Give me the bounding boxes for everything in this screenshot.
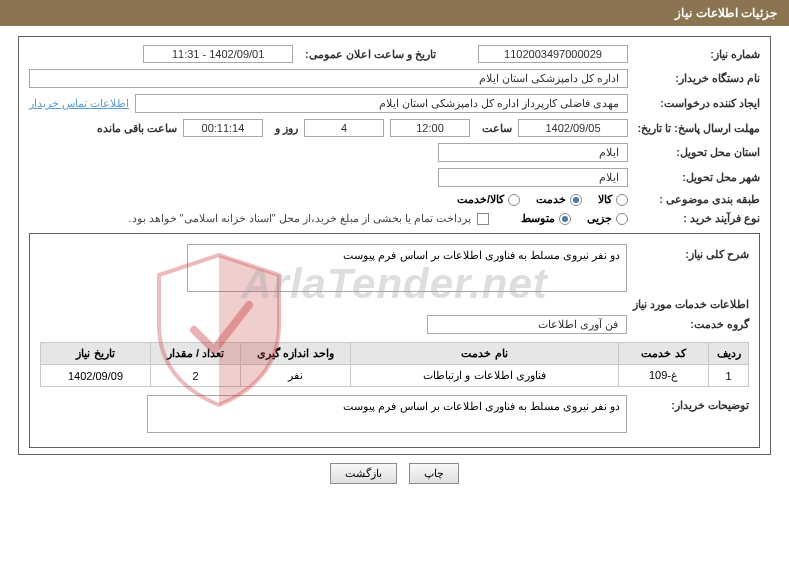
inner-panel: شرح کلی نیاز: دو نفر نیروی مسلط به فناور…: [29, 233, 760, 448]
print-button[interactable]: چاپ: [409, 463, 459, 484]
need-number-value: 1102003497000029: [478, 45, 628, 63]
th-date: تاریخ نیاز: [41, 343, 151, 365]
buyer-org-value: اداره کل دامپزشکی استان ایلام: [29, 69, 628, 88]
radio-goods-service[interactable]: کالا/خدمت: [457, 193, 520, 206]
deadline-time: 12:00: [390, 119, 470, 137]
contact-link[interactable]: اطلاعات تماس خریدار: [29, 97, 129, 110]
back-button[interactable]: بازگشت: [330, 463, 397, 484]
td-row: 1: [709, 365, 749, 387]
deadline-label: مهلت ارسال پاسخ: تا تاریخ:: [640, 122, 760, 135]
radio-service[interactable]: خدمت: [536, 193, 582, 206]
service-group-label: گروه خدمت:: [639, 318, 749, 331]
td-date: 1402/09/09: [41, 365, 151, 387]
deadline-days: 4: [304, 119, 384, 137]
services-table: ردیف کد خدمت نام خدمت واحد اندازه گیری ت…: [40, 342, 749, 387]
th-unit: واحد اندازه گیری: [241, 343, 351, 365]
deadline-date: 1402/09/05: [518, 119, 628, 137]
table-row: 1 غ-109 فناوری اطلاعات و ارتباطات نفر 2 …: [41, 365, 749, 387]
radio-medium[interactable]: متوسط: [521, 212, 571, 225]
purchase-type-radios: جزیی متوسط: [521, 212, 628, 225]
page-title: جزئیات اطلاعات نیاز: [0, 0, 789, 26]
td-name: فناوری اطلاعات و ارتباطات: [351, 365, 619, 387]
th-code: کد خدمت: [619, 343, 709, 365]
requester-label: ایجاد کننده درخواست:: [640, 97, 760, 110]
need-number-label: شماره نیاز:: [640, 48, 760, 61]
need-desc-value: دو نفر نیروی مسلط به فناوری اطلاعات بر ا…: [187, 244, 627, 292]
announce-date-value: 1402/09/01 - 11:31: [143, 45, 293, 63]
td-unit: نفر: [241, 365, 351, 387]
province-value: ایلام: [438, 143, 628, 162]
treasury-checkbox[interactable]: [477, 213, 489, 225]
service-group-value: فن آوری اطلاعات: [427, 315, 627, 334]
treasury-note: پرداخت تمام یا بخشی از مبلغ خرید،از محل …: [128, 212, 471, 225]
subject-class-label: طبقه بندی موضوعی :: [640, 193, 760, 206]
buyer-org-label: نام دستگاه خریدار:: [640, 72, 760, 85]
city-value: ایلام: [438, 168, 628, 187]
purchase-type-label: نوع فرآیند خرید :: [640, 212, 760, 225]
deadline-countdown: 00:11:14: [183, 119, 263, 137]
need-desc-label: شرح کلی نیاز:: [639, 244, 749, 261]
province-label: استان محل تحویل:: [640, 146, 760, 159]
td-code: غ-109: [619, 365, 709, 387]
buyer-notes-value: دو نفر نیروی مسلط به فناوری اطلاعات بر ا…: [147, 395, 627, 433]
th-row: ردیف: [709, 343, 749, 365]
requester-value: مهدی فاضلی کارپرداز اداره کل دامپزشکی اس…: [135, 94, 628, 113]
table-header-row: ردیف کد خدمت نام خدمت واحد اندازه گیری ت…: [41, 343, 749, 365]
th-name: نام خدمت: [351, 343, 619, 365]
button-row: چاپ بازگشت: [0, 463, 789, 484]
days-label: روز و: [275, 122, 298, 135]
remain-label: ساعت باقی مانده: [97, 122, 177, 135]
th-qty: تعداد / مقدار: [151, 343, 241, 365]
buyer-notes-label: توضیحات خریدار:: [639, 395, 749, 412]
main-panel: شماره نیاز: 1102003497000029 تاریخ و ساع…: [18, 36, 771, 455]
radio-goods[interactable]: کالا: [598, 193, 628, 206]
services-info-title: اطلاعات خدمات مورد نیاز: [40, 298, 749, 311]
time-label: ساعت: [482, 122, 512, 135]
radio-minor[interactable]: جزیی: [587, 212, 628, 225]
city-label: شهر محل تحویل:: [640, 171, 760, 184]
announce-date-label: تاریخ و ساعت اعلان عمومی:: [305, 48, 436, 61]
subject-class-radios: کالا خدمت کالا/خدمت: [457, 193, 628, 206]
td-qty: 2: [151, 365, 241, 387]
